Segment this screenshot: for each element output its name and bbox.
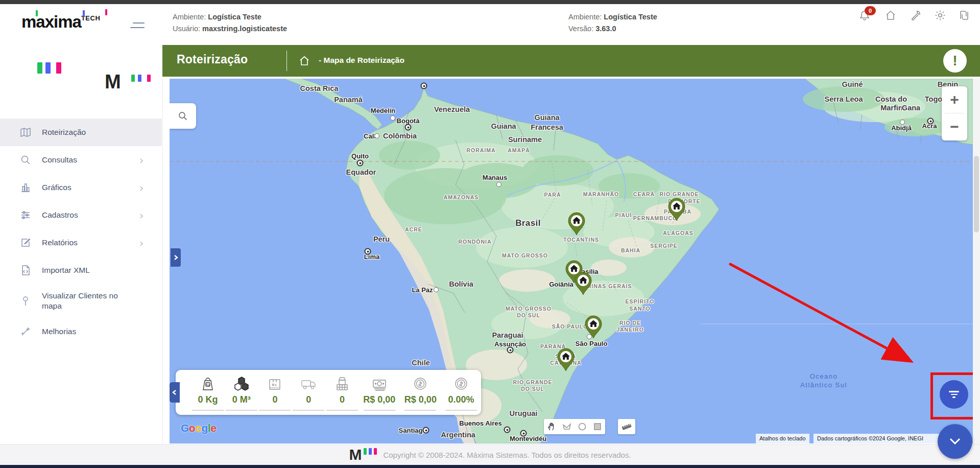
- map-label: Equador: [346, 168, 376, 176]
- notification-badge: 0: [865, 6, 876, 15]
- zoom-out-button[interactable]: −: [942, 113, 967, 140]
- map-canvas[interactable]: Costa RicaPanamáVenezuelaGuianaGuianaFra…: [170, 79, 973, 443]
- settings-gear-icon[interactable]: [934, 9, 946, 21]
- breadcrumb-home-icon[interactable]: [298, 55, 310, 67]
- crate-icon: [333, 375, 351, 393]
- sidebar-item-label: Roteirização: [42, 127, 86, 137]
- chevron-right-icon: [138, 212, 145, 218]
- map-label: La Paz: [412, 286, 433, 294]
- map-label: AMAZONAS: [444, 194, 479, 200]
- polygon-tool[interactable]: [559, 419, 575, 434]
- chevron-right-icon: [173, 254, 179, 261]
- map-label: SÃO PAULO: [552, 323, 588, 330]
- map-label: Uruguai: [510, 409, 538, 417]
- stat-value: 0: [306, 394, 311, 405]
- map-label: MARANHÃO: [583, 191, 619, 197]
- sidebar-item-melhorias[interactable]: Melhorias: [0, 318, 162, 345]
- stat-value: 0 Kg: [198, 394, 218, 405]
- map-label: Francesa: [531, 123, 563, 131]
- city-dot: [434, 287, 439, 292]
- home-icon[interactable]: [885, 9, 897, 21]
- sidebar-item-label: Relatórios: [42, 238, 78, 248]
- map-label: RORAIMA: [466, 147, 495, 153]
- city-dot: [374, 133, 379, 138]
- panel-collapse-circle-button[interactable]: [938, 424, 972, 459]
- coin-icon: [411, 375, 429, 393]
- sidebar-item-visualizar-clientes[interactable]: Visualizar Clientes no mapa: [0, 284, 162, 318]
- sidebar-item-consultas[interactable]: Consultas: [0, 146, 162, 174]
- app-root: maximaTECH Ambiente: Logística Teste Usu…: [0, 0, 980, 468]
- rectangle-tool[interactable]: [590, 419, 605, 434]
- left-panel-toggle[interactable]: [171, 248, 181, 267]
- page-title: Roteirização: [177, 53, 248, 66]
- map-label: CEARÁ: [633, 191, 655, 197]
- map-marker-pin[interactable]: [584, 315, 603, 341]
- map-label: Costa Rica: [300, 84, 339, 92]
- environment-info-left: Ambiente: Logística Teste Usuário: maxst…: [173, 11, 287, 35]
- map-label: MINAS GERAIS: [586, 283, 632, 289]
- map-label: Bolívia: [449, 280, 473, 288]
- currency-module-icon[interactable]: [958, 9, 970, 21]
- stats-panel-collapse-toggle[interactable]: [170, 382, 180, 403]
- sidebar-item-cadastros[interactable]: Cadastros: [0, 201, 162, 229]
- scrollbar-thumb[interactable]: [974, 156, 979, 232]
- route-stats-panel: Kg 0 Kg 0 M³ 0 0: [176, 370, 481, 415]
- sidebar-item-importar-xml[interactable]: Importar XML: [0, 256, 162, 284]
- map-label: SANTO: [629, 306, 651, 312]
- wrench-icon[interactable]: [910, 9, 922, 21]
- map-label: RIO GRANDE: [659, 191, 699, 197]
- sidebar-item-relatorios[interactable]: Relatórios: [0, 229, 162, 256]
- header-icons: 0: [852, 9, 969, 25]
- map-marker-pin[interactable]: [574, 272, 592, 297]
- sidebar-logo-bar: [45, 62, 51, 74]
- stat-freight-value: R$ 0,00: [400, 375, 442, 411]
- hamburger-menu-icon[interactable]: [130, 21, 145, 30]
- env-value: Logística Teste: [208, 13, 261, 21]
- sidebar-item-roteirizacao[interactable]: Roteirização: [0, 119, 162, 146]
- map-label: ESPÍRITO: [626, 298, 655, 305]
- map-label: DO SUL: [521, 386, 544, 392]
- map-label: Argentina: [441, 431, 475, 439]
- google-logo-letter: o: [189, 422, 195, 434]
- file-code-icon: [19, 264, 32, 276]
- page-alert-button[interactable]: !: [943, 49, 967, 73]
- sidebar-item-label: Cadastros: [42, 210, 78, 220]
- city-dot: [357, 160, 364, 167]
- map-label: SERGIPE: [650, 243, 678, 249]
- map-search-button[interactable]: [170, 103, 196, 129]
- pan-hand-tool[interactable]: [544, 419, 559, 434]
- page-scrollbar[interactable]: [973, 77, 980, 444]
- bar-chart-icon: [19, 181, 32, 194]
- keyboard-shortcuts-button[interactable]: Atalhos do teclado: [756, 434, 809, 443]
- map-label: Togo: [925, 95, 942, 103]
- city-dot: [405, 124, 412, 131]
- city-dot: [423, 427, 429, 434]
- sidebar-logo-bar: [56, 62, 61, 74]
- map-marker-pin[interactable]: [667, 198, 686, 223]
- map-label: RIO DE: [619, 320, 641, 326]
- version-value: 3.63.0: [595, 25, 616, 33]
- measure-ruler-tool[interactable]: [618, 419, 635, 434]
- notifications-bell-icon[interactable]: 0: [858, 9, 871, 21]
- circle-tool[interactable]: [575, 419, 590, 434]
- google-logo[interactable]: Google: [181, 422, 216, 434]
- map-label: Colômbia: [383, 132, 417, 140]
- map-label: MATO GROSSO: [506, 306, 552, 312]
- map-label: BAHIA: [621, 247, 640, 253]
- stat-trucks: 0: [292, 375, 325, 411]
- sidebar-item-graficos[interactable]: Gráficos: [0, 174, 162, 201]
- sidebar-item-label: Consultas: [42, 155, 77, 165]
- logo-tick-pink: [105, 9, 107, 15]
- svg-text:Kg: Kg: [206, 383, 209, 386]
- app-header: maximaTECH Ambiente: Logística Teste Usu…: [0, 4, 980, 45]
- sliders-icon: [19, 209, 32, 221]
- divider: [286, 51, 287, 71]
- map-marker-pin[interactable]: [567, 212, 586, 238]
- zoom-in-button[interactable]: +: [942, 86, 967, 113]
- city-dot: [927, 118, 934, 125]
- map-marker-pin[interactable]: [557, 348, 575, 373]
- map-label: MATO GROSSO: [502, 252, 548, 259]
- stat-percent: 0.00%: [441, 375, 481, 411]
- stat-value: R$ 0,00: [404, 394, 437, 405]
- map-label: Venezuela: [434, 105, 470, 113]
